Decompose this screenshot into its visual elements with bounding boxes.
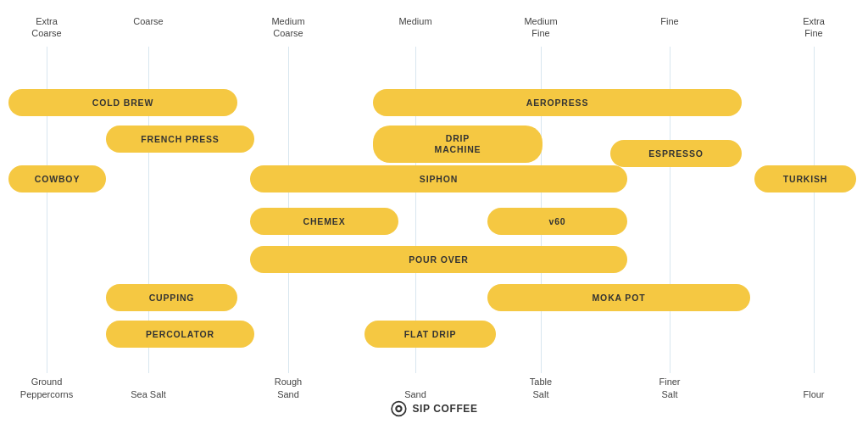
bottom-label-flour: Flour: [803, 388, 824, 400]
brew-bar-siphon: SIPHON: [250, 165, 627, 192]
brew-bar-v60: v60: [487, 208, 627, 235]
brew-bar-drip-machine: DRIPMACHINE: [373, 126, 542, 163]
bottom-label-sea_salt: Sea Salt: [131, 388, 166, 400]
chart-container: ExtraCoarseCoarseMediumCoarseMediumMediu…: [0, 0, 868, 424]
footer: SIP COFFEE: [390, 400, 477, 417]
brew-bar-cowboy: COWBOY: [8, 165, 106, 192]
bottom-label-table_salt: TableSalt: [530, 376, 552, 400]
top-label-extra_fine: ExtraFine: [803, 15, 825, 40]
brew-bar-flat-drip: FLAT DRIP: [364, 321, 496, 348]
brew-bar-pour-over: POUR OVER: [250, 246, 627, 273]
brew-bar-aeropress: AEROPRESS: [373, 89, 742, 116]
top-label-medium: Medium: [398, 15, 431, 27]
brew-bar-turkish: TURKISH: [754, 165, 856, 192]
bottom-label-ground_peppercorns: GroundPeppercorns: [20, 376, 73, 400]
top-label-medium_fine: MediumFine: [524, 15, 557, 40]
bottom-label-sand: Sand: [404, 388, 426, 400]
brew-bar-moka-pot: MOKA POT: [487, 284, 750, 311]
top-label-medium_coarse: MediumCoarse: [271, 15, 304, 40]
brand-label: SIP COFFEE: [412, 403, 477, 415]
brew-bar-percolator: PERCOLATOR: [106, 321, 254, 348]
svg-point-2: [397, 407, 400, 410]
guide-line: [814, 47, 815, 373]
top-label-extra_coarse: ExtraCoarse: [31, 15, 61, 40]
coffee-icon: [390, 400, 407, 417]
top-label-fine: Fine: [660, 15, 678, 27]
top-label-coarse: Coarse: [133, 15, 163, 27]
brew-bar-cold-brew: COLD BREW: [8, 89, 237, 116]
bottom-label-finer_salt: FinerSalt: [659, 376, 680, 400]
brew-bar-chemex: CHEMEX: [250, 208, 398, 235]
brew-bar-french-press: FRENCH PRESS: [106, 126, 254, 153]
bottom-label-rough_sand: RoughSand: [275, 376, 302, 400]
brew-bar-espresso: ESPRESSO: [610, 140, 742, 167]
brew-bar-cupping: CUPPING: [106, 284, 237, 311]
